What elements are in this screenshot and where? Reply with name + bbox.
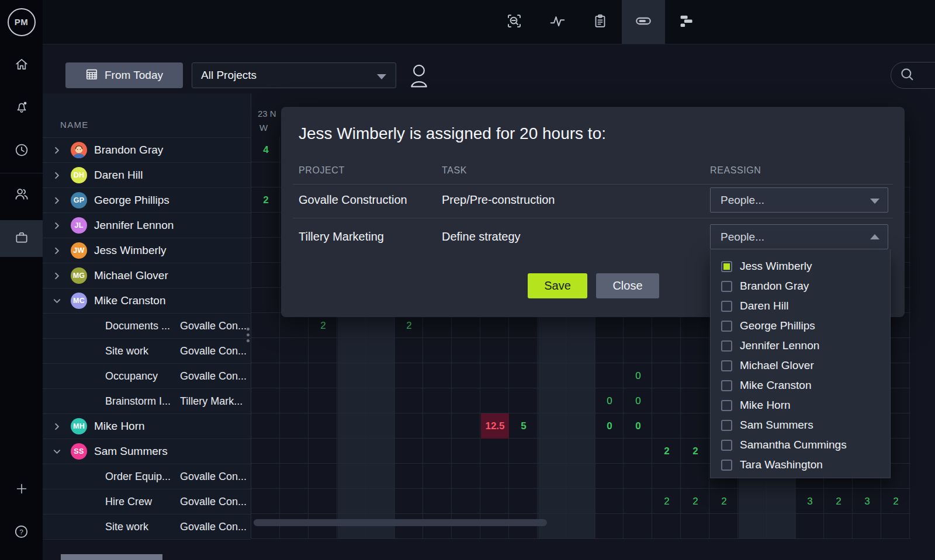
column-header-reassign: REASSIGN bbox=[710, 165, 761, 176]
checkbox[interactable] bbox=[721, 340, 732, 352]
checkbox[interactable] bbox=[721, 420, 732, 431]
task-row[interactable]: Site workGovalle Con... bbox=[43, 514, 251, 540]
save-button[interactable]: Save bbox=[528, 273, 587, 298]
app-logo[interactable]: PM bbox=[0, 0, 43, 44]
logo-text: PM bbox=[15, 17, 29, 27]
horizontal-scrollbar[interactable] bbox=[254, 519, 547, 526]
workload-cell[interactable]: 2 bbox=[882, 489, 910, 514]
people-option[interactable]: George Phillips bbox=[711, 316, 890, 336]
task-project: Govalle Con... bbox=[180, 521, 247, 533]
toolbar-tab-workload[interactable] bbox=[622, 0, 665, 44]
checkbox[interactable] bbox=[721, 380, 732, 391]
chevron-right-icon[interactable] bbox=[53, 221, 62, 231]
people-option[interactable]: Tara Washington bbox=[711, 455, 890, 475]
task-row[interactable]: Documents ...Govalle Con... bbox=[43, 314, 251, 339]
person-row[interactable]: DHDaren Hill bbox=[43, 163, 251, 188]
workload-cell[interactable]: 2 bbox=[252, 187, 280, 213]
toolbar-tab-report[interactable] bbox=[579, 0, 622, 44]
workload-cell[interactable]: 2 bbox=[681, 489, 709, 514]
reassign-select-1[interactable]: People... bbox=[710, 187, 888, 213]
person-row[interactable]: GPGeorge Phillips bbox=[43, 188, 251, 213]
workload-cell[interactable]: 2 bbox=[710, 489, 738, 514]
task-row[interactable]: Hire CrewGovalle Con... bbox=[43, 489, 251, 514]
people-option-label: George Phillips bbox=[740, 319, 815, 332]
toolbar-tab-activity[interactable] bbox=[536, 0, 579, 44]
chevron-down-icon[interactable] bbox=[53, 447, 62, 457]
task-name: Brainstorm I... bbox=[105, 395, 171, 408]
checkbox[interactable] bbox=[721, 400, 732, 411]
toolbar-tab-roadmap[interactable] bbox=[664, 0, 708, 44]
sidebar-item-home[interactable] bbox=[0, 49, 43, 82]
sidebar-item-clock[interactable] bbox=[0, 135, 43, 168]
people-option[interactable]: Brandon Gray bbox=[711, 276, 890, 296]
checkbox[interactable] bbox=[721, 360, 732, 371]
chevron-right-icon[interactable] bbox=[53, 272, 62, 281]
task-row[interactable]: Order Equip...Govalle Con... bbox=[43, 464, 251, 489]
checkbox[interactable] bbox=[721, 301, 732, 312]
task-row[interactable]: Brainstorm I...Tillery Mark... bbox=[43, 389, 251, 414]
workload-cell[interactable]: 2 bbox=[825, 489, 853, 514]
workload-cell[interactable]: 0 bbox=[624, 413, 652, 439]
checkbox[interactable] bbox=[721, 460, 732, 471]
people-option[interactable]: Michael Glover bbox=[711, 356, 890, 375]
chevron-right-icon[interactable] bbox=[53, 196, 62, 206]
people-option[interactable]: Jess Wimberly bbox=[711, 256, 890, 276]
chevron-down-icon[interactable] bbox=[53, 297, 62, 306]
people-option[interactable]: Samantha Cummings bbox=[711, 435, 890, 455]
sidebar-item-bell[interactable] bbox=[0, 92, 43, 124]
reassign-select-2[interactable]: People... bbox=[710, 224, 888, 249]
workload-cell[interactable]: 0 bbox=[624, 363, 652, 388]
toolbar-tab-zoom-search[interactable] bbox=[493, 0, 536, 44]
person-row[interactable]: MCMike Cranston bbox=[43, 288, 251, 314]
people-option[interactable]: Jennifer Lennon bbox=[711, 336, 890, 356]
people-option[interactable]: Mike Cranston bbox=[711, 375, 890, 395]
activity-icon bbox=[549, 12, 566, 32]
workload-cell[interactable]: 2 bbox=[653, 489, 681, 514]
search-input[interactable] bbox=[891, 62, 935, 89]
workload-cell[interactable]: 2 bbox=[653, 439, 681, 464]
sidebar-item-help[interactable]: ? bbox=[0, 516, 43, 549]
person-row[interactable]: MGMichael Glover bbox=[43, 263, 251, 288]
task-row[interactable]: Site workGovalle Con... bbox=[43, 339, 251, 364]
workload-cell[interactable]: 5 bbox=[510, 413, 538, 439]
sidebar-item-plus[interactable] bbox=[0, 474, 43, 506]
people-option[interactable]: Daren Hill bbox=[711, 296, 890, 316]
workload-cell[interactable]: 2 bbox=[681, 439, 709, 464]
avatar: MC bbox=[71, 293, 87, 309]
calendar-icon bbox=[85, 68, 98, 84]
workload-cell[interactable]: 3 bbox=[796, 489, 824, 514]
task-name: Documents ... bbox=[105, 320, 170, 332]
sidebar-item-portfolio[interactable] bbox=[0, 220, 43, 257]
workload-icon bbox=[634, 12, 653, 33]
projects-filter-select[interactable]: All Projects bbox=[192, 62, 396, 88]
person-row[interactable]: SSSam Summers bbox=[43, 439, 251, 464]
checkbox[interactable] bbox=[721, 261, 732, 272]
workload-cell[interactable]: 0 bbox=[624, 388, 652, 413]
checkbox[interactable] bbox=[721, 321, 732, 332]
workload-cell[interactable]: 4 bbox=[252, 137, 280, 162]
checkbox[interactable] bbox=[721, 281, 732, 292]
checkbox[interactable] bbox=[721, 440, 732, 451]
sidebar-item-team[interactable] bbox=[0, 179, 43, 211]
workload-cell[interactable]: 0 bbox=[595, 413, 624, 439]
person-row[interactable]: JLJennifer Lennon bbox=[43, 213, 251, 238]
close-button[interactable]: Close bbox=[596, 273, 659, 298]
cutoff-bottom-button[interactable] bbox=[61, 554, 162, 560]
task-row[interactable]: OccupancyGovalle Con... bbox=[43, 364, 251, 389]
assignee-filter-icon[interactable] bbox=[408, 63, 430, 90]
panel-resize-handle[interactable] bbox=[247, 325, 250, 345]
person-row[interactable]: MHMike Horn bbox=[43, 414, 251, 439]
reassign-select-2-value: People... bbox=[721, 231, 764, 244]
people-option[interactable]: Sam Summers bbox=[711, 415, 890, 435]
chevron-right-icon[interactable] bbox=[53, 246, 62, 256]
person-row[interactable]: JWJess Wimberly bbox=[43, 238, 251, 263]
from-today-button[interactable]: From Today bbox=[65, 62, 183, 88]
people-option[interactable]: Mike Horn bbox=[711, 395, 890, 415]
chevron-right-icon[interactable] bbox=[53, 146, 62, 155]
chevron-right-icon[interactable] bbox=[53, 171, 62, 180]
workload-cell[interactable]: 12.5 bbox=[481, 413, 509, 439]
workload-cell[interactable]: 0 bbox=[595, 388, 624, 413]
workload-cell[interactable]: 3 bbox=[853, 489, 881, 514]
chevron-right-icon[interactable] bbox=[53, 422, 62, 432]
person-row[interactable]: Brandon Gray bbox=[43, 138, 251, 163]
